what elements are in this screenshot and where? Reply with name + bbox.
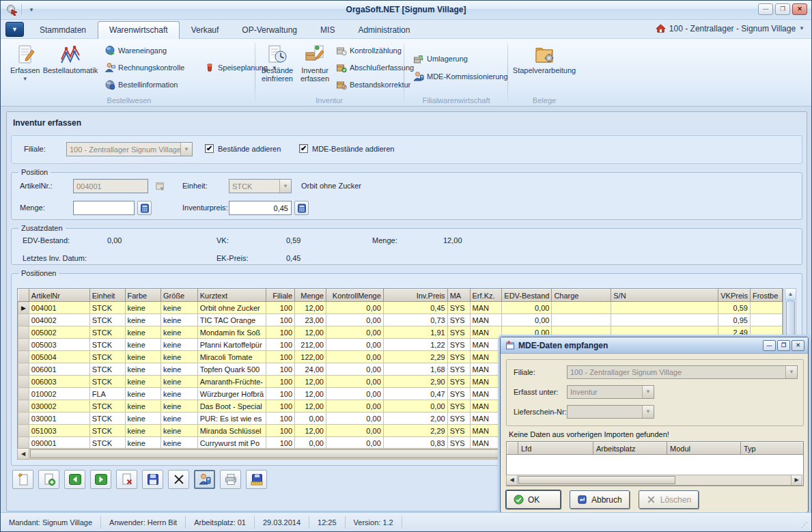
cell-fil[interactable]: 100 [266, 326, 295, 339]
cell-sn[interactable] [611, 302, 718, 314]
row-selector[interactable] [18, 363, 29, 376]
tab-warenwirtschaft[interactable]: Warenwirtschaft [98, 21, 180, 39]
cell-ma[interactable]: SYS [447, 376, 470, 388]
artikelnr-field[interactable] [73, 179, 148, 193]
tab-op-verwaltung[interactable]: OP-Verwaltung [230, 21, 309, 39]
cell-m[interactable]: 122,00 [295, 351, 326, 363]
filiale-select[interactable]: 100 - Zentrallager Signum Village ▼ [66, 142, 193, 156]
dialog-filiale-select[interactable]: 100 - Zentrallager Signum Village ▼ [567, 365, 798, 379]
ok-button[interactable]: OK [506, 490, 561, 509]
cell-m[interactable]: 12,00 [295, 326, 326, 339]
dialog-title-bar[interactable]: MDE-Daten empfangen — ❐ ✕ [501, 337, 808, 354]
column-header-k[interactable]: Kurztext [197, 290, 266, 302]
cell-a[interactable]: 006003 [29, 376, 89, 388]
row-selector[interactable] [18, 376, 29, 388]
column-header-fr[interactable]: Frostbe [750, 290, 782, 302]
dialog-column-header[interactable]: Arbeitsplatz [593, 443, 667, 455]
cell-fil[interactable]: 100 [266, 400, 295, 412]
cell-ek[interactable]: MAN [470, 351, 502, 363]
cell-ma[interactable]: SYS [447, 400, 470, 412]
cell-a[interactable]: 006001 [29, 363, 89, 376]
cell-a[interactable]: 090001 [29, 437, 89, 449]
cell-a[interactable]: 005004 [29, 351, 89, 363]
cell-ek[interactable]: MAN [470, 302, 502, 314]
inventurpreis-calculator-button[interactable] [294, 201, 309, 215]
cell-f[interactable]: keine [125, 339, 161, 351]
column-header-e[interactable]: Einheit [89, 290, 125, 302]
cell-f[interactable]: keine [125, 412, 161, 425]
cell-g[interactable]: keine [161, 339, 198, 351]
artikel-lookup-button[interactable] [153, 179, 167, 193]
column-header-a[interactable]: ArtikelNr [29, 290, 89, 302]
add-record-button[interactable] [38, 470, 59, 489]
cell-ek[interactable]: MAN [470, 412, 502, 425]
erfassen-button[interactable]: Erfassen ▼ [8, 42, 42, 85]
cell-sn[interactable] [611, 314, 718, 326]
cell-ip[interactable]: 0,73 [383, 314, 447, 326]
cell-fil[interactable]: 100 [266, 314, 295, 326]
cell-ip[interactable]: 0,83 [383, 437, 447, 449]
column-header-g[interactable]: Größe [161, 290, 198, 302]
column-header-ma[interactable]: MA [447, 290, 470, 302]
cell-km[interactable]: 0,00 [326, 302, 383, 314]
cell-f[interactable]: keine [125, 388, 161, 400]
cell-vk[interactable]: 0,59 [718, 302, 750, 314]
cell-g[interactable]: keine [161, 351, 198, 363]
cell-k[interactable]: Mondamin fix Soß [197, 326, 266, 339]
cell-e[interactable]: FLA [89, 388, 125, 400]
cell-fil[interactable]: 100 [266, 412, 295, 425]
column-header-vk[interactable]: VKPreis [718, 290, 750, 302]
umlagerung-button[interactable]: Umlagerung [410, 52, 471, 66]
bestaende-einfrieren-button[interactable]: Bestände einfrieren [258, 42, 296, 85]
cell-f[interactable]: keine [125, 400, 161, 412]
cell-ip[interactable]: 2,90 [383, 376, 447, 388]
cell-km[interactable]: 0,00 [326, 326, 383, 339]
cell-f[interactable]: keine [125, 376, 161, 388]
abbruch-button[interactable]: Abbruch [570, 490, 630, 509]
cell-f[interactable]: keine [125, 425, 161, 437]
einheit-select[interactable]: STCK ▼ [229, 179, 292, 193]
row-selector[interactable] [18, 400, 29, 412]
tab-administration[interactable]: Administration [346, 21, 421, 39]
row-selector[interactable] [18, 412, 29, 425]
dialog-column-header[interactable]: Typ [741, 443, 804, 455]
cell-ch[interactable] [552, 314, 611, 326]
cell-fil[interactable]: 100 [266, 363, 295, 376]
dialog-minimize-button[interactable]: — [763, 340, 776, 351]
kontrollzaehlung-button[interactable]: Kontrollzählung [333, 44, 404, 57]
cell-km[interactable]: 0,00 [326, 351, 383, 363]
cell-e[interactable]: STCK [89, 351, 125, 363]
bestellautomatik-button[interactable]: Bestellautomatik [42, 42, 99, 76]
cell-a[interactable]: 030002 [29, 400, 89, 412]
branch-selector[interactable]: 100 - Zentrallager - Signum Village ▼ [656, 23, 804, 33]
cell-k[interactable]: PUR: Es ist wie es [197, 412, 266, 425]
cell-ip[interactable]: 0,45 [383, 302, 447, 314]
save-button[interactable] [142, 470, 163, 489]
cell-ma[interactable]: SYS [447, 363, 470, 376]
row-selector[interactable] [18, 425, 29, 437]
cell-ip[interactable]: 1,68 [383, 363, 447, 376]
cell-ip[interactable]: 2,29 [383, 425, 447, 437]
cell-ek[interactable]: MAN [470, 437, 502, 449]
cell-a[interactable]: 004001 [29, 302, 89, 314]
delete-record-button[interactable] [116, 470, 137, 489]
cell-k[interactable]: Das Boot - Special [197, 400, 266, 412]
cell-km[interactable]: 0,00 [326, 437, 383, 449]
cell-ek[interactable]: MAN [470, 339, 502, 351]
print-button[interactable] [220, 470, 241, 489]
close-button[interactable]: ✕ [792, 3, 807, 15]
cell-ip[interactable]: 1,22 [383, 339, 447, 351]
row-selector[interactable] [18, 351, 29, 363]
cell-f[interactable]: keine [125, 437, 161, 449]
cell-ma[interactable]: SYS [447, 339, 470, 351]
cell-a[interactable]: 005003 [29, 339, 89, 351]
column-header-ek[interactable]: Erf.Kz. [470, 290, 502, 302]
dialog-close-button[interactable]: ✕ [792, 340, 804, 351]
cell-fil[interactable]: 100 [266, 388, 295, 400]
cancel-button[interactable] [168, 470, 189, 489]
cell-m[interactable]: 23,00 [295, 314, 326, 326]
new-record-button[interactable] [12, 470, 33, 489]
cell-g[interactable]: keine [161, 314, 198, 326]
cell-f[interactable]: keine [125, 314, 161, 326]
cell-e[interactable]: STCK [89, 326, 125, 339]
